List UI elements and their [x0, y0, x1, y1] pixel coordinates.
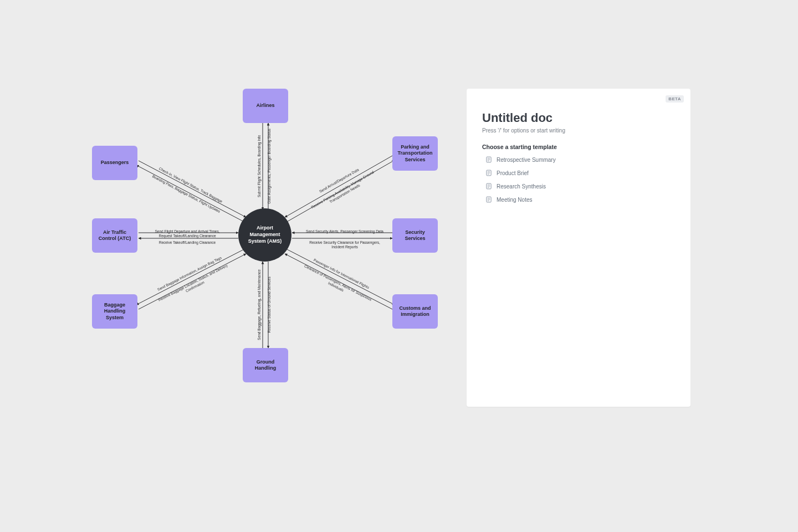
svg-line-14 [285, 254, 392, 309]
template-item-retrospective[interactable]: Retrospective Summary [484, 155, 675, 165]
template-label: Product Brief [497, 170, 529, 176]
template-list: Retrospective Summary Product Brief Rese… [484, 155, 675, 204]
doc-title[interactable]: Untitled doc [482, 111, 675, 125]
template-heading: Choose a starting template [482, 144, 675, 150]
node-label: Security Services [396, 229, 434, 242]
template-item-research-synthesis[interactable]: Research Synthesis [484, 181, 675, 191]
template-label: Retrospective Summary [497, 157, 556, 163]
node-label: Ground Handling [246, 359, 285, 372]
node-parking[interactable]: Parking and Transportation Services [392, 136, 438, 171]
svg-line-13 [136, 249, 244, 305]
svg-line-12 [139, 254, 246, 309]
svg-line-15 [287, 249, 395, 305]
node-customs[interactable]: Customs and Immigration [392, 294, 438, 329]
context-diagram[interactable]: Airport Management System (AMS) Airlines… [0, 0, 466, 532]
node-security[interactable]: Security Services [392, 218, 438, 253]
node-label: Customs and Immigration [396, 305, 434, 318]
node-label: Passengers [101, 160, 129, 166]
node-atc[interactable]: Air Traffic Control (ATC) [92, 218, 137, 253]
diagram-arrows [0, 0, 466, 532]
svg-line-9 [136, 165, 244, 222]
document-icon [485, 156, 492, 163]
node-label: Baggage Handling System [95, 302, 134, 321]
node-ground[interactable]: Ground Handling [243, 348, 288, 382]
template-label: Research Synthesis [497, 183, 546, 190]
document-icon [485, 183, 492, 190]
template-item-meeting-notes[interactable]: Meeting Notes [484, 195, 675, 204]
node-airlines[interactable]: Airlines [243, 89, 288, 123]
node-label: Airlines [256, 103, 274, 109]
beta-badge: BETA [666, 95, 684, 103]
node-center-ams[interactable]: Airport Management System (AMS) [238, 208, 291, 262]
node-baggage[interactable]: Baggage Handling System [92, 294, 137, 329]
template-label: Meeting Notes [497, 197, 532, 203]
node-passengers[interactable]: Passengers [92, 146, 137, 180]
node-center-label: Airport Management System (AMS) [243, 225, 287, 244]
svg-line-8 [139, 161, 246, 217]
svg-line-11 [287, 160, 395, 222]
document-icon [485, 196, 492, 203]
template-item-product-brief[interactable]: Product Brief [484, 168, 675, 178]
document-icon [485, 170, 492, 176]
svg-line-10 [285, 156, 392, 217]
doc-hint: Press '/' for options or start writing [482, 127, 675, 134]
node-label: Parking and Transportation Services [396, 144, 434, 163]
node-label: Air Traffic Control (ATC) [95, 229, 134, 242]
doc-panel[interactable]: BETA Untitled doc Press '/' for options … [467, 89, 690, 407]
